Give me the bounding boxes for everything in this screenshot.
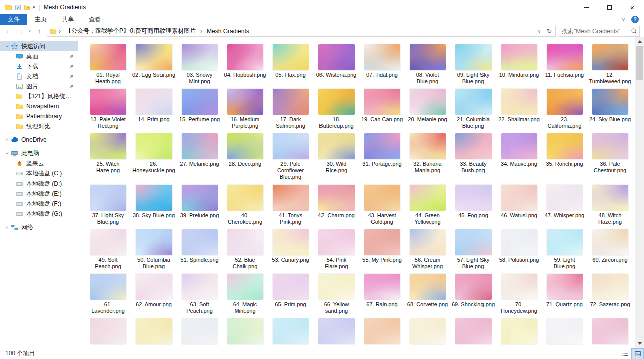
minimize-button[interactable] [575, 0, 598, 14]
scroll-down-icon[interactable] [635, 339, 644, 348]
file-item[interactable] [450, 318, 496, 346]
file-item[interactable]: 28. Deco.png [222, 133, 268, 167]
thumbnail-view-button[interactable] [631, 348, 644, 359]
file-item[interactable] [405, 318, 450, 346]
sidebar-item-disk-c[interactable]: 本地磁盘 (C:) [0, 168, 78, 178]
tab-home[interactable]: 主页 [27, 14, 54, 25]
file-item[interactable]: 04. Hopbush.png [222, 44, 268, 78]
file-item[interactable]: 62. Amour.png [131, 274, 177, 308]
file-item[interactable]: 08. Violet Blue.png [405, 44, 450, 85]
details-view-button[interactable] [619, 348, 631, 359]
search-icon[interactable] [631, 28, 639, 34]
file-item[interactable]: 57. Light Sky Blue.png [450, 229, 496, 270]
file-item[interactable]: 41. Tonys Pink.png [268, 185, 313, 225]
file-item[interactable]: 50. Columbia Blue.png [131, 229, 177, 270]
file-item[interactable] [85, 318, 131, 346]
address-dropdown-icon[interactable]: ∨ [534, 26, 544, 36]
file-item[interactable]: 53. Canary.png [268, 229, 313, 263]
file-item[interactable]: 30. Wild Rice.png [313, 133, 359, 174]
sidebar-item-disk-f[interactable]: 本地磁盘 (F:) [0, 199, 78, 209]
up-button[interactable]: ↑ [33, 26, 45, 37]
file-item[interactable]: 34. Mauve.png [496, 133, 542, 167]
sidebar-item-disk-g[interactable]: 本地磁盘 (G:) [0, 209, 78, 219]
file-item[interactable]: 09. Light Sky Blue.png [450, 44, 496, 85]
file-item[interactable] [496, 318, 542, 346]
sidebar-item-texture-compare[interactable]: 纹理对比 [0, 121, 78, 131]
file-item[interactable]: 05. Flax.png [268, 44, 313, 78]
vertical-scrollbar[interactable] [635, 37, 644, 348]
sidebar-item-this-pc[interactable]: 此电脑 [0, 148, 78, 158]
search-input[interactable] [559, 28, 631, 35]
file-item[interactable]: 15. Perfume.png [177, 89, 222, 123]
file-item[interactable]: 42. Charm.png [313, 185, 359, 219]
breadcrumb-segment-current[interactable]: Mesh Gradients [204, 28, 252, 35]
file-item[interactable]: 29. Pale Cornflower Blue.png [268, 133, 313, 181]
chevron-down-icon[interactable] [3, 44, 10, 49]
file-item[interactable]: 61. Lavender.png [85, 274, 131, 314]
file-item[interactable]: 16. Medium Purple.png [222, 89, 268, 129]
file-item[interactable]: 46. Watusi.png [496, 185, 542, 219]
sidebar-item-downloads[interactable]: 下载 [0, 61, 78, 71]
file-item[interactable]: 38. Sky Blue.png [131, 185, 177, 219]
sidebar-item-folder-321-wine[interactable]: 【321】风格统一红酒 [0, 91, 78, 101]
sidebar-item-pictures[interactable]: 图片 [0, 81, 78, 91]
sidebar-item-nutstore[interactable]: 坚果云 [0, 158, 78, 168]
maximize-button[interactable] [598, 0, 621, 14]
file-item[interactable] [359, 318, 405, 346]
tab-share[interactable]: 共享 [54, 14, 81, 25]
scrollbar-thumb[interactable] [636, 46, 643, 80]
qat-properties-icon[interactable] [15, 4, 21, 11]
file-item[interactable] [131, 318, 177, 346]
sidebar-item-quick-access[interactable]: 快速访问 [0, 41, 78, 51]
forward-button[interactable]: → [14, 26, 26, 37]
file-item[interactable]: 18. Buttercup.png [313, 89, 359, 129]
file-item[interactable]: 44. Green Yellow.png [405, 185, 450, 225]
file-item[interactable]: 54. Pink Flare.png [313, 229, 359, 270]
sidebar-item-novapattern[interactable]: Novapattern [0, 101, 78, 111]
breadcrumb-segment-parent[interactable]: 【公众号：跟我学个P】免费可商用纹理素材图片 [63, 27, 198, 35]
file-item[interactable]: 13. Pale Violet Red.png [85, 89, 131, 129]
file-item[interactable]: 63. Soft Peach.png [177, 274, 222, 314]
recent-locations-icon[interactable]: ∨ [26, 26, 33, 37]
file-item[interactable]: 25. Witch Haze.png [85, 133, 131, 174]
file-item[interactable]: 03. Snowy Mint.png [177, 44, 222, 85]
close-button[interactable]: × [621, 0, 644, 14]
file-item[interactable]: 69. Shocking.png [450, 274, 496, 308]
file-item[interactable]: 20. Melanie.png [405, 89, 450, 123]
chevron-down-icon[interactable] [3, 151, 10, 156]
ribbon-expand-icon[interactable]: ∨ [622, 17, 625, 22]
file-item[interactable]: 71. Quartz.png [542, 274, 587, 308]
tab-view[interactable]: 查看 [81, 14, 108, 25]
file-item[interactable]: 23. California.png [542, 89, 587, 129]
refresh-icon[interactable]: ↻ [544, 26, 554, 36]
file-item[interactable] [542, 318, 587, 346]
file-item[interactable]: 22. Shalimar.png [496, 89, 542, 123]
sidebar-item-patternlibrary[interactable]: Patternlibrary [0, 111, 78, 121]
file-item[interactable]: 06. Wisteria.png [313, 44, 359, 78]
file-item[interactable]: 49. Soft Peach.png [85, 229, 131, 270]
file-item[interactable]: 02. Egg Sour.png [131, 44, 177, 78]
file-item[interactable]: 68. Corvette.png [405, 274, 450, 308]
file-item[interactable]: 51. Spindle.png [177, 229, 222, 263]
file-item[interactable]: 47. Whisper.png [542, 185, 587, 219]
file-item[interactable]: 55. My Pink.png [359, 229, 405, 263]
file-item[interactable]: 56. Cream Whisper.png [405, 229, 450, 270]
file-item[interactable] [587, 318, 633, 346]
file-item[interactable]: 67. Rain.png [359, 274, 405, 308]
back-button[interactable]: ← [2, 26, 14, 37]
qat-new-folder-icon[interactable] [24, 4, 30, 11]
file-item[interactable]: 14. Prim.png [131, 89, 177, 123]
file-item[interactable]: 65. Prim.png [268, 274, 313, 308]
file-item[interactable]: 10. Mindaro.png [496, 44, 542, 78]
file-item[interactable]: 70. Honeydew.png [496, 274, 542, 314]
search-box[interactable] [559, 26, 640, 37]
file-item[interactable]: 45. Fog.png [450, 185, 496, 219]
chevron-right-icon[interactable] [3, 137, 10, 142]
file-item[interactable]: 17. Dark Salmon.png [268, 89, 313, 129]
file-item[interactable]: 12. Tumbleweed.png [587, 44, 633, 85]
file-item[interactable]: 40. Cherokee.png [222, 185, 268, 225]
file-item[interactable] [313, 318, 359, 346]
sidebar-item-disk-d[interactable]: 本地磁盘 (D:) [0, 178, 78, 189]
chevron-right-icon[interactable] [3, 225, 10, 230]
file-item[interactable] [177, 318, 222, 346]
